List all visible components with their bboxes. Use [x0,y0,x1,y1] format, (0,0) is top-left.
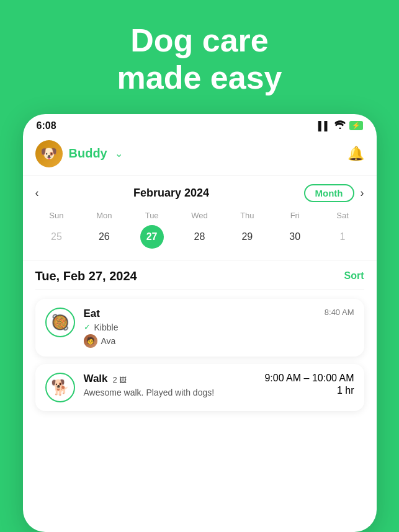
photo-icon: 🖼 [119,376,127,384]
walk-description: Awesome walk. Played with dogs! [84,388,256,397]
hero-line1: Dog care [130,22,269,58]
events-header: Tue, Feb 27, 2024 Sort [35,269,364,283]
prev-month-button[interactable]: ‹ [35,187,39,200]
month-view-badge[interactable]: Month [304,184,354,202]
eat-food-label: Kibble [94,322,119,332]
day-header-fri: Fri [271,208,319,223]
hero-line2: made easy [117,60,282,95]
walk-photo-badge: 2 🖼 [113,375,127,384]
event-divider [35,290,364,290]
events-section: Tue, Feb 27, 2024 Sort 🥘 Eat ✓ Kibble 🧑 … [23,260,377,411]
phone-container: 6:08 ▌▌ ⚡ 🐶 Buddy ⌄ 🔔 ‹ February 2024 Mo… [23,114,377,532]
eat-person-row: 🧑 Ava [84,334,316,348]
status-icons: ▌▌ ⚡ [318,120,363,131]
day-cell-29[interactable]: 29 [223,225,271,249]
day-header-tue: Tue [128,208,176,223]
hero-text: Dog care made easy [92,0,307,114]
day-header-sat: Sat [319,208,367,223]
calendar-nav: ‹ February 2024 Month › [23,175,377,208]
day-cell-28[interactable]: 28 [176,225,223,249]
day-cell-1[interactable]: 1 [319,225,367,249]
sort-button[interactable]: Sort [344,270,364,282]
walk-description-text: Awesome walk. Played with dogs! [84,388,215,397]
day-row: 25 26 27 28 29 30 1 [29,223,370,251]
battery-icon: ⚡ [349,121,363,130]
eat-event-time: 8:40 AM [325,308,354,317]
ava-avatar: 🧑 [84,334,97,348]
calendar-grid: Sun Mon Tue Wed Thu Fri Sat 25 26 27 28 … [23,208,377,257]
next-month-button[interactable]: › [361,187,364,200]
status-time: 6:08 [37,120,56,131]
day-header-thu: Thu [223,208,271,223]
dog-name-row[interactable]: 🐶 Buddy ⌄ [35,140,123,167]
day-cell-30[interactable]: 30 [271,225,319,249]
eat-sub-kibble: ✓ Kibble [84,322,316,332]
day-cell-25[interactable]: 25 [33,225,81,249]
walk-event-title: Walk [84,373,108,385]
dog-avatar: 🐶 [35,140,63,167]
day-header-sun: Sun [33,208,81,223]
walk-duration: 1 hr [337,385,354,396]
events-date: Tue, Feb 27, 2024 [35,269,137,283]
walk-time-range: 9:00 AM – 10:00 AM [264,373,354,384]
walk-event-time: 9:00 AM – 10:00 AM 1 hr [264,373,354,396]
walk-event-card[interactable]: 🐕 Walk 2 🖼 Awesome walk. Played with dog… [35,364,364,411]
dog-name: Buddy [69,146,107,161]
eat-event-details: Eat ✓ Kibble 🧑 Ava [84,308,316,348]
day-header-wed: Wed [176,208,223,223]
eat-icon-circle: 🥘 [45,308,75,337]
check-icon: ✓ [84,322,91,332]
dog-header: 🐶 Buddy ⌄ 🔔 [23,135,377,175]
day-cell-27-today[interactable]: 27 [140,225,164,249]
status-bar: 6:08 ▌▌ ⚡ [23,114,377,135]
signal-icon: ▌▌ [318,121,331,131]
walk-event-details: Walk 2 🖼 Awesome walk. Played with dogs! [84,373,256,399]
walk-title-row: Walk 2 🖼 [84,373,256,388]
eat-event-title: Eat [84,308,316,320]
bell-icon[interactable]: 🔔 [347,146,364,162]
calendar-month-label: February 2024 [133,187,209,200]
day-header-mon: Mon [80,208,128,223]
wifi-icon [334,120,346,131]
chevron-down-icon[interactable]: ⌄ [115,148,123,159]
calendar-nav-right: Month › [304,184,364,202]
day-headers: Sun Mon Tue Wed Thu Fri Sat [29,208,370,223]
walk-icon-circle: 🐕 [45,373,75,402]
eat-person-name: Ava [101,336,116,346]
eat-event-card[interactable]: 🥘 Eat ✓ Kibble 🧑 Ava 8:40 AM [35,299,364,357]
day-cell-26[interactable]: 26 [80,225,128,249]
